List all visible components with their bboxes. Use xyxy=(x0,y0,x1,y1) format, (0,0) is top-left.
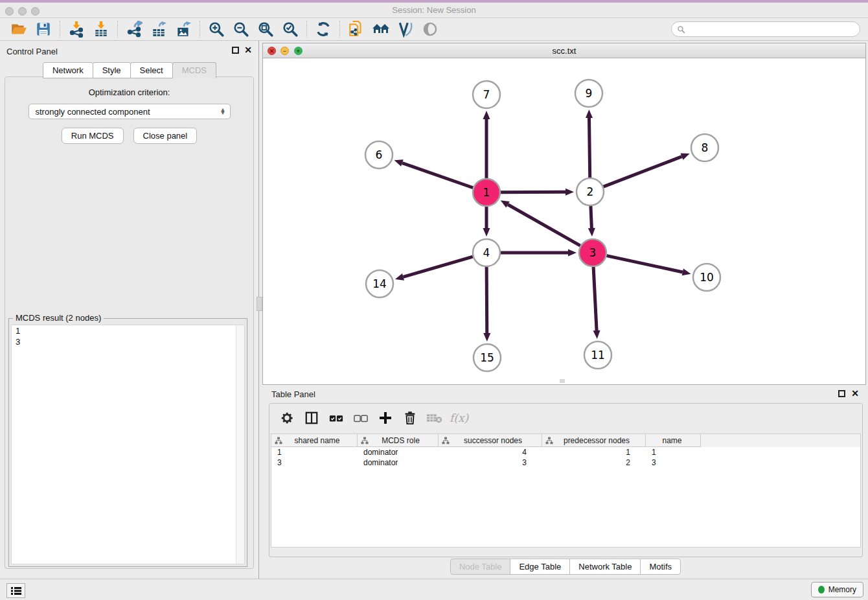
graph-node-label: 14 xyxy=(372,277,387,290)
table-row[interactable]: 3 dominator 3 2 3 xyxy=(271,457,860,468)
arrowhead-icon xyxy=(394,159,404,166)
mcds-result-textarea[interactable]: 1 3 xyxy=(11,325,245,564)
graph-edge-4-14[interactable] xyxy=(403,257,472,277)
zoom-fit-icon[interactable] xyxy=(253,19,278,39)
session-title: Session: New Session xyxy=(0,5,868,15)
close-panel-button[interactable]: Close panel xyxy=(133,128,198,144)
cell-mcds-role[interactable]: dominator xyxy=(358,447,439,457)
close-panel-icon[interactable]: ✕ xyxy=(851,390,859,397)
tab-style[interactable]: Style xyxy=(93,62,131,78)
deselect-all-icon[interactable] xyxy=(350,408,372,428)
search-input[interactable] xyxy=(688,23,860,36)
import-network-icon[interactable] xyxy=(64,19,89,39)
column-header-successor-nodes[interactable]: successor nodes xyxy=(439,434,542,447)
tab-mcds[interactable]: MCDS xyxy=(172,62,216,78)
tab-network-table[interactable]: Network Table xyxy=(569,559,641,575)
cell-shared-name[interactable]: 1 xyxy=(271,447,358,457)
open-folder-icon[interactable] xyxy=(6,19,31,39)
graph-edge-3-1[interactable] xyxy=(508,205,580,246)
cell-shared-name[interactable]: 3 xyxy=(271,457,358,468)
main-toolbar xyxy=(0,18,868,41)
hierarchy-icon xyxy=(361,437,369,444)
result-line: 1 xyxy=(12,325,244,336)
optimization-criterion-select[interactable]: strongly connected component ▲▼ xyxy=(29,104,231,119)
export-image-icon[interactable] xyxy=(171,19,196,39)
tab-node-table[interactable]: Node Table xyxy=(450,559,511,575)
control-panel-title: Control Panel xyxy=(6,47,58,56)
graph-edge-3-10[interactable] xyxy=(607,256,683,272)
table-panel-body: f(x) shared name MCDS role successor nod… xyxy=(269,403,863,557)
cell-successor-nodes[interactable]: 3 xyxy=(439,457,542,468)
graph-node-label: 15 xyxy=(480,351,494,364)
close-panel-icon[interactable]: ✕ xyxy=(244,47,252,54)
tab-edge-table[interactable]: Edge Table xyxy=(510,559,570,575)
zoom-in-icon[interactable] xyxy=(204,19,229,39)
window-titlebar: Session: New Session xyxy=(0,3,868,18)
arrowhead-icon xyxy=(483,228,490,237)
column-header-predecessor-nodes[interactable]: predecessor nodes xyxy=(542,434,646,447)
mcds-panel: Optimization criterion: strongly connect… xyxy=(5,76,254,569)
save-icon[interactable] xyxy=(31,19,56,39)
float-panel-icon[interactable] xyxy=(838,390,845,397)
tab-motifs[interactable]: Motifs xyxy=(640,559,681,575)
clone-network-icon[interactable] xyxy=(344,19,369,39)
toolbar-separator xyxy=(60,21,60,38)
network-window-titlebar[interactable]: ✕ − + scc.txt xyxy=(263,43,865,58)
toolbar-separator xyxy=(200,21,200,38)
cell-name[interactable]: 1 xyxy=(646,447,701,457)
export-table-icon[interactable] xyxy=(146,19,171,39)
graph-edge-3-11[interactable] xyxy=(593,267,597,330)
cell-name[interactable]: 3 xyxy=(646,457,701,468)
graph-edge-2-9[interactable] xyxy=(589,118,590,178)
table-row[interactable]: 1 dominator 4 1 1 xyxy=(271,447,860,457)
add-column-icon[interactable] xyxy=(374,408,396,428)
import-table-icon[interactable] xyxy=(89,19,113,39)
canvas-resize-grip[interactable] xyxy=(560,379,565,383)
export-network-icon[interactable] xyxy=(122,19,146,39)
graph-edge-2-8[interactable] xyxy=(604,157,682,187)
function-builder-icon: f(x) xyxy=(450,411,468,424)
cell-predecessor-nodes[interactable]: 2 xyxy=(542,457,646,468)
float-panel-icon[interactable] xyxy=(232,47,239,54)
delete-icon[interactable] xyxy=(399,408,421,428)
node-table[interactable]: shared name MCDS role successor nodes pr… xyxy=(271,433,861,548)
task-history-button[interactable] xyxy=(6,583,25,598)
graph-edge-4-15[interactable] xyxy=(486,267,487,333)
column-header-name[interactable]: name xyxy=(646,434,701,447)
tab-select[interactable]: Select xyxy=(130,62,173,78)
vizmapper-icon[interactable] xyxy=(393,19,418,39)
control-panel: Control Panel ✕ Network Style Select MCD… xyxy=(0,41,259,579)
memory-button[interactable]: Memory xyxy=(811,582,863,597)
home-icon[interactable] xyxy=(369,19,393,39)
zoom-out-icon[interactable] xyxy=(229,19,253,39)
split-columns-icon[interactable] xyxy=(301,408,323,428)
table-header-row: shared name MCDS role successor nodes pr… xyxy=(271,434,860,447)
cell-successor-nodes[interactable]: 4 xyxy=(439,447,542,457)
zoom-selected-icon[interactable] xyxy=(278,19,303,39)
graph-edge-2-3[interactable] xyxy=(591,206,591,228)
list-icon xyxy=(11,586,21,595)
run-mcds-button[interactable]: Run MCDS xyxy=(62,128,124,144)
tab-network[interactable]: Network xyxy=(43,62,93,78)
gear-icon[interactable] xyxy=(276,408,298,428)
column-header-mcds-role[interactable]: MCDS role xyxy=(358,434,439,447)
network-canvas[interactable]: 7968124314101511 xyxy=(263,58,865,384)
graph-node-label: 2 xyxy=(587,185,594,198)
graph-edge-1-6[interactable] xyxy=(402,163,473,188)
cell-mcds-role[interactable]: dominator xyxy=(358,457,439,468)
optimization-criterion-label: Optimization criterion: xyxy=(5,87,253,97)
arrowhead-icon xyxy=(588,228,595,237)
result-scrollbar[interactable] xyxy=(236,325,244,564)
graph-node-label: 8 xyxy=(702,141,709,154)
search-box[interactable] xyxy=(671,21,860,37)
graph-node-label: 6 xyxy=(376,148,383,161)
panel-splitter-handle[interactable] xyxy=(257,297,262,311)
column-header-shared-name[interactable]: shared name xyxy=(271,434,358,447)
graph-edge-1-2[interactable] xyxy=(501,192,565,192)
network-graph[interactable]: 7968124314101511 xyxy=(263,58,865,384)
select-all-icon[interactable] xyxy=(325,408,347,428)
cell-predecessor-nodes[interactable]: 1 xyxy=(542,447,646,457)
refresh-icon[interactable] xyxy=(311,19,336,39)
status-bar: Memory xyxy=(0,579,868,600)
toolbar-separator xyxy=(117,21,118,38)
